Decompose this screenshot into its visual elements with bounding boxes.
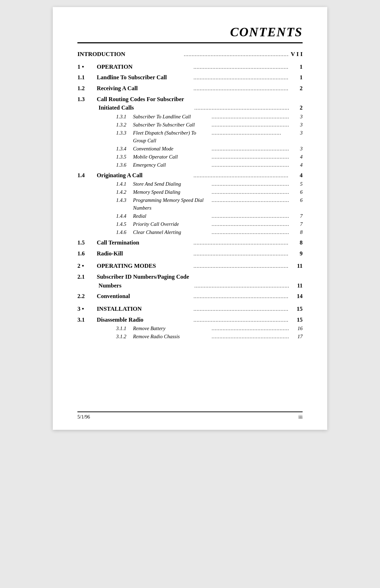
toc-entry-2-1: 2.1 Subscriber ID Numbers/Paging Code [77, 273, 303, 281]
toc-num: 3.1.1 [116, 325, 133, 333]
toc-label: Landline To Subscriber Call [97, 73, 192, 82]
toc-page: 15 [290, 316, 303, 324]
toc-dots: ........................................… [212, 221, 289, 228]
toc-dots: ........................................… [212, 145, 289, 153]
toc-num: 1.2 [77, 84, 97, 93]
toc-label: Fleet Dispatch (Subscriber) To Group Cal… [133, 129, 210, 145]
page-footer: 5/1/96 iii [77, 411, 303, 420]
toc-num: 1.3.1 [116, 113, 133, 121]
toc-entry-1-4: 1.4 Originating A Call .................… [77, 171, 303, 180]
toc-label: Emergency Call [133, 161, 210, 169]
toc-label: Programming Memory Speed Dial Numbers [133, 197, 210, 212]
toc-page: 3 [290, 121, 303, 129]
toc-label: Remove Battery [133, 325, 210, 333]
toc-page: 3 [290, 145, 303, 153]
toc-dots: ........................................… [195, 282, 289, 290]
toc-page: 6 [290, 188, 303, 196]
toc-num: 1.4.3 [116, 197, 133, 204]
toc-entry-3-1-2: 3.1.2 Remove Radio Chassis .............… [77, 333, 303, 341]
toc-entry-1-3-cont: Initiated Calls ........................… [77, 104, 303, 112]
toc-num: 1.3.5 [116, 153, 133, 161]
toc-entry-1-4-2: 1.4.2 Memory Speed Dialing .............… [77, 188, 303, 196]
toc-page: 1 [290, 73, 303, 82]
toc-entry-3-1-1: 3.1.1 Remove Battery ...................… [77, 325, 303, 333]
toc-label: Receiving A Call [97, 84, 192, 93]
toc-num: 1.4.2 [116, 188, 133, 196]
toc-num: 3.1 [77, 316, 97, 324]
toc-num: 1.3 [77, 95, 97, 104]
toc-label: Subscriber ID Numbers/Paging Code [97, 273, 303, 281]
toc-entry-1-2: 1.2 Receiving A Call ...................… [77, 84, 303, 93]
toc-num: 2.2 [77, 292, 97, 301]
toc-page: 9 [290, 249, 303, 258]
toc-entry-1-4-5: 1.4.5 Priority Call Override ...........… [77, 221, 303, 228]
toc-label: Redial [133, 212, 210, 220]
toc-page: 2 [290, 84, 303, 93]
toc-label: OPERATION [97, 62, 192, 72]
toc-dots: ........................................… [212, 229, 289, 236]
toc-entry-1-3: 1.3 Call Routing Codes For Subscriber [77, 95, 303, 104]
toc-entry-1-1: 1.1 Landline To Subscriber Call ........… [77, 73, 303, 82]
toc-page: 4 [290, 161, 303, 169]
toc-label: Conventional [97, 292, 192, 301]
toc-num: 1.3.6 [116, 161, 133, 169]
toc-label: Conventional Mode [133, 145, 210, 153]
toc-page: 6 [290, 197, 303, 204]
toc-page: 1 [290, 62, 303, 72]
toc-num: 1.4.5 [116, 221, 133, 228]
toc-entry-1-4-4: 1.4.4 Redial ...........................… [77, 212, 303, 220]
toc-entry-1-3-6: 1.3.6 Emergency Call ...................… [77, 161, 303, 169]
toc-dots: ........................................… [212, 121, 289, 129]
toc-label: OPERATING MODES [97, 261, 192, 271]
toc-dots: ........................................… [194, 85, 289, 93]
toc-num: 1.6 [77, 249, 97, 258]
toc-page: 11 [290, 281, 303, 290]
toc-dots: ........................................… [194, 305, 289, 313]
toc-page: 7 [290, 212, 303, 220]
toc-dots: ........................................… [194, 250, 289, 258]
toc-dots: ........................................… [212, 153, 289, 161]
toc-label: Originating A Call [97, 171, 192, 180]
toc-num: 1.3.2 [116, 121, 133, 129]
toc-entry-1-6: 1.6 Radio-Kill .........................… [77, 249, 303, 258]
toc-dots: ........................................… [212, 180, 289, 188]
toc-num: 2 • [77, 261, 97, 271]
toc-page: 7 [290, 221, 303, 228]
toc-entry-1-3-5: 1.3.5 Mobile Operator Call .............… [77, 153, 303, 161]
toc-dots: ........................................… [212, 325, 289, 333]
toc-page: 5 [290, 180, 303, 188]
toc-label: Subscriber To Subscriber Call [133, 121, 210, 129]
toc-page: 14 [290, 292, 303, 301]
toc-entry-3-1: 3.1 Disassemble Radio ..................… [77, 316, 303, 324]
toc-dots: ........................................… [212, 188, 289, 196]
toc-entry-introduction: INTRODUCTION ...........................… [77, 50, 303, 59]
toc-entry-1-3-1: 1.3.1 Subscriber To Landline Call ......… [77, 113, 303, 121]
toc-label: Subscriber To Landline Call [133, 113, 210, 121]
toc-label: Call Routing Codes For Subscriber [97, 95, 303, 104]
toc-num: 3 • [77, 304, 97, 314]
toc-num: 1.3.4 [116, 145, 133, 153]
toc-num: 1.4.6 [116, 229, 133, 236]
toc-page: 3 [290, 113, 303, 121]
toc-dots: ........................................… [194, 239, 289, 247]
toc-entry-1-4-6: 1.4.6 Clear Channel Alerting ...........… [77, 229, 303, 236]
toc-dots: ........................................… [212, 129, 289, 137]
toc-entry-operation: 1 • OPERATION ..........................… [77, 62, 303, 72]
toc-page: 4 [290, 171, 303, 180]
toc-dots: ........................................… [194, 172, 289, 180]
toc-entry-installation: 3 • INSTALLATION .......................… [77, 304, 303, 314]
toc-label: Numbers [99, 281, 193, 290]
toc-entry-1-3-4: 1.3.4 Conventional Mode ................… [77, 145, 303, 153]
toc-dots: ........................................… [194, 316, 289, 324]
toc-label: Disassemble Radio [97, 316, 192, 324]
toc-dots: ........................................… [212, 161, 289, 169]
toc-num: 1 • [77, 62, 97, 72]
toc-entry-1-3-2: 1.3.2 Subscriber To Subscriber Call ....… [77, 121, 303, 129]
toc-num: 1.3.3 [116, 129, 133, 137]
footer-date: 5/1/96 [77, 414, 90, 420]
page-header: CONTENTS [77, 25, 303, 43]
toc-num: 2.1 [77, 273, 97, 281]
toc-label: Initiated Calls [99, 104, 193, 112]
toc-page: 4 [290, 153, 303, 161]
table-of-contents: INTRODUCTION ...........................… [77, 50, 303, 341]
